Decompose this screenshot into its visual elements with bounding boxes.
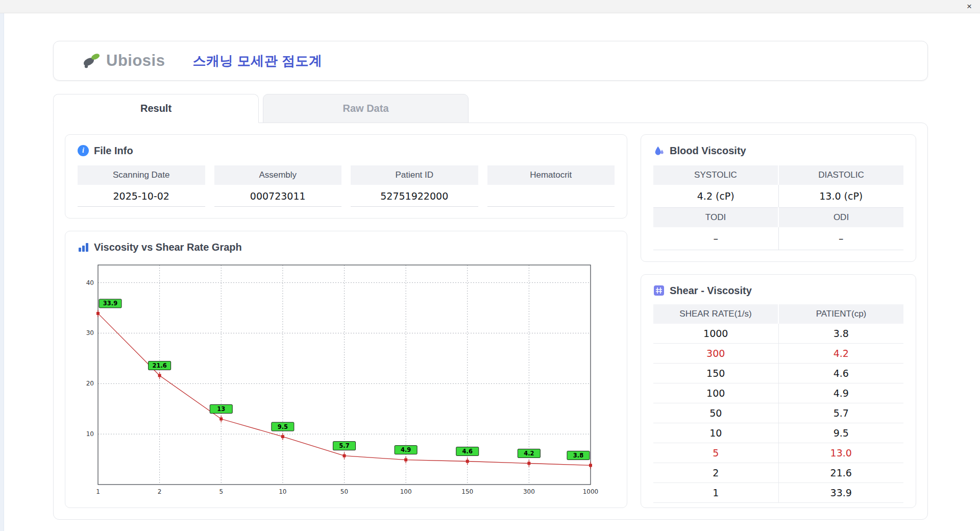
shear-table-row: 3004.2 xyxy=(653,344,903,364)
svg-text:150: 150 xyxy=(461,488,473,495)
patient-value-cell: 4.9 xyxy=(778,383,903,403)
shear-rate-cell: 300 xyxy=(653,344,778,364)
blood-viscosity-card: Blood Viscosity SYSTOLICDIASTOLIC4.2 (cP… xyxy=(641,134,916,262)
patient-value-cell: 13.0 xyxy=(778,443,903,463)
blood-viscosity-table: SYSTOLICDIASTOLIC4.2 (cP)13.0 (cP)TODIOD… xyxy=(653,165,903,250)
field-label: Hematocrit xyxy=(487,165,615,185)
svg-text:4.9: 4.9 xyxy=(401,446,411,453)
patient-column-header: PATIENT(cp) xyxy=(778,304,903,324)
bv-value-cell: 4.2 (cP) xyxy=(653,185,778,208)
shear-rate-column-header: SHEAR RATE(1/s) xyxy=(653,304,778,324)
svg-text:13: 13 xyxy=(217,405,225,413)
shear-rate-cell: 50 xyxy=(653,403,778,423)
left-edge-strip xyxy=(0,13,4,531)
bv-header-cell: SYSTOLIC xyxy=(653,165,778,185)
shear-table-row: 133.9 xyxy=(653,483,903,503)
shear-rate-cell: 10 xyxy=(653,423,778,443)
close-icon[interactable]: × xyxy=(967,2,972,11)
shear-viscosity-card: Shear - Viscosity SHEAR RATE(1/s) PATIEN… xyxy=(641,274,916,508)
patient-value-cell: 4.2 xyxy=(778,344,903,364)
bar-chart-icon xyxy=(78,242,89,253)
bv-value-cell: 13.0 (cP) xyxy=(778,185,903,208)
blood-viscosity-header: Blood Viscosity xyxy=(653,144,903,157)
bv-header-row: TODIODI xyxy=(653,208,903,228)
file-info-field: Scanning Date2025-10-02 xyxy=(78,165,205,207)
svg-text:21.6: 21.6 xyxy=(152,362,166,369)
shear-viscosity-table: SHEAR RATE(1/s) PATIENT(cp) 10003.83004.… xyxy=(653,304,903,503)
bv-header-row: SYSTOLICDIASTOLIC xyxy=(653,165,903,185)
viscosity-shear-chart: 102030401251050100150300100033.921.6139.… xyxy=(78,260,614,500)
field-value: 000723011 xyxy=(214,185,342,207)
file-info-fields: Scanning Date2025-10-02Assembly000723011… xyxy=(78,165,615,207)
blood-viscosity-title: Blood Viscosity xyxy=(670,144,746,157)
svg-text:4.2: 4.2 xyxy=(524,450,534,457)
shear-table-header-row: SHEAR RATE(1/s) PATIENT(cp) xyxy=(653,304,903,324)
shear-rate-cell: 150 xyxy=(653,364,778,383)
app-content: Ubiosis 스캐닝 모세관 점도계 Result Raw Data i Fi… xyxy=(0,13,980,520)
field-label: Scanning Date xyxy=(78,165,205,185)
field-value: 2025-10-02 xyxy=(78,185,205,207)
svg-text:40: 40 xyxy=(86,279,94,286)
file-info-header: i File Info xyxy=(78,144,615,157)
app-title: 스캐닝 모세관 점도계 xyxy=(192,52,322,70)
svg-text:33.9: 33.9 xyxy=(103,300,117,307)
field-value xyxy=(487,185,615,207)
svg-text:50: 50 xyxy=(340,488,348,495)
water-drop-icon xyxy=(653,145,665,156)
svg-text:1000: 1000 xyxy=(583,488,599,495)
svg-text:10: 10 xyxy=(86,430,94,438)
header-card: Ubiosis 스캐닝 모세관 점도계 xyxy=(53,41,928,81)
chart-area: 102030401251050100150300100033.921.6139.… xyxy=(78,260,615,500)
svg-text:5: 5 xyxy=(219,488,223,495)
field-label: Patient ID xyxy=(351,165,478,185)
file-info-field: Patient ID52751922000 xyxy=(351,165,478,207)
bv-value-row: –– xyxy=(653,227,903,250)
svg-text:2: 2 xyxy=(158,488,162,495)
shear-table-row: 513.0 xyxy=(653,443,903,463)
patient-value-cell: 33.9 xyxy=(778,483,903,503)
ubiosis-logo: Ubiosis xyxy=(81,51,165,71)
info-icon: i xyxy=(78,145,89,156)
leaf-logo-icon xyxy=(81,51,104,71)
shear-table-row: 10003.8 xyxy=(653,324,903,344)
tab-result[interactable]: Result xyxy=(53,94,259,123)
svg-text:4.6: 4.6 xyxy=(462,448,473,455)
field-value: 52751922000 xyxy=(351,185,478,207)
bv-value-cell: – xyxy=(653,227,778,250)
svg-text:9.5: 9.5 xyxy=(278,423,288,430)
file-info-field: Hematocrit xyxy=(487,165,615,207)
shear-table-row: 1004.9 xyxy=(653,383,903,403)
file-info-title: File Info xyxy=(94,144,133,157)
shear-rate-cell: 5 xyxy=(653,443,778,463)
svg-text:300: 300 xyxy=(523,488,535,495)
grid-table-icon xyxy=(653,285,665,296)
bv-header-cell: ODI xyxy=(778,208,903,228)
shear-table-row: 109.5 xyxy=(653,423,903,443)
tab-raw-data[interactable]: Raw Data xyxy=(263,94,469,123)
file-info-card: i File Info Scanning Date2025-10-02Assem… xyxy=(65,134,627,219)
patient-value-cell: 9.5 xyxy=(778,423,903,443)
tab-bar: Result Raw Data xyxy=(53,94,928,123)
patient-value-cell: 5.7 xyxy=(778,403,903,423)
graph-card: Viscosity vs Shear Rate Graph 1020304012… xyxy=(65,231,627,508)
graph-header: Viscosity vs Shear Rate Graph xyxy=(78,240,615,254)
left-column: i File Info Scanning Date2025-10-02Assem… xyxy=(65,134,627,508)
svg-text:20: 20 xyxy=(86,380,94,387)
svg-text:1: 1 xyxy=(96,488,100,495)
shear-viscosity-header: Shear - Viscosity xyxy=(653,284,903,297)
bv-value-row: 4.2 (cP)13.0 (cP) xyxy=(653,185,903,208)
svg-text:10: 10 xyxy=(279,488,286,495)
right-column: Blood Viscosity SYSTOLICDIASTOLIC4.2 (cP… xyxy=(641,134,916,508)
logo-text: Ubiosis xyxy=(106,52,165,70)
svg-text:30: 30 xyxy=(86,329,94,336)
field-label: Assembly xyxy=(214,165,342,185)
shear-rate-cell: 1 xyxy=(653,483,778,503)
shear-rate-cell: 100 xyxy=(653,383,778,403)
bv-header-cell: TODI xyxy=(653,208,778,228)
bv-value-cell: – xyxy=(778,227,903,250)
result-panel: i File Info Scanning Date2025-10-02Assem… xyxy=(53,123,928,520)
bv-header-cell: DIASTOLIC xyxy=(778,165,903,185)
window-titlebar: × xyxy=(0,0,980,13)
shear-table-row: 1504.6 xyxy=(653,364,903,383)
patient-value-cell: 4.6 xyxy=(778,364,903,383)
